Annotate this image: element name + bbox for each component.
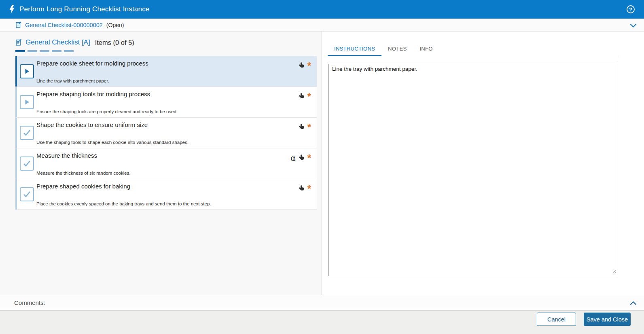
item-description: Ensure the shaping tools are properly cl… (36, 109, 178, 114)
page-title: Perform Long Running Checklist Instance (19, 5, 150, 13)
checklist-name-link[interactable]: General Checklist [A] (25, 38, 90, 47)
save-and-close-button[interactable]: Save and Close (584, 313, 631, 326)
item-status-strip (15, 118, 17, 148)
data-collection-hand-icon (299, 62, 305, 70)
checklist-item[interactable]: Prepare shaped cookies for bakingPlace t… (15, 179, 317, 210)
cancel-button[interactable]: Cancel (537, 313, 576, 326)
item-indicator-icons: * (299, 122, 311, 133)
complete-item-checkbox[interactable] (20, 187, 34, 201)
lightning-icon (8, 4, 16, 14)
data-collection-hand-icon (299, 123, 305, 131)
comments-label: Comments: (14, 299, 45, 306)
item-title: Prepare cookie sheet for molding process (36, 60, 148, 67)
help-icon[interactable]: ? (626, 5, 635, 14)
checklist-doc-icon (15, 39, 22, 46)
required-asterisk: * (307, 184, 311, 194)
checklist-item-list: Prepare cookie sheet for molding process… (15, 56, 317, 210)
item-indicator-icons: * (299, 184, 311, 194)
item-status-strip (15, 56, 17, 87)
perform-checklist-window: Perform Long Running Checklist Instance … (0, 0, 644, 334)
status-badge: (Open) (106, 22, 124, 28)
tab-info[interactable]: INFO (413, 43, 439, 56)
start-item-button[interactable] (20, 64, 34, 78)
item-title: Prepare shaping tools for molding proces… (36, 91, 150, 97)
complete-item-checkbox[interactable] (20, 126, 34, 140)
comments-bar[interactable]: Comments: (0, 295, 644, 311)
item-status-strip (15, 148, 17, 179)
item-description: Place the cookies evenly spaced on the b… (36, 201, 211, 206)
item-description: Measure the thickness of six random cook… (36, 171, 131, 175)
detail-tabs: INSTRUCTIONSNOTESINFO (328, 43, 619, 56)
item-title: Measure the thickness (36, 152, 97, 159)
progress-segments (15, 50, 74, 52)
tab-instructions[interactable]: INSTRUCTIONS (328, 43, 381, 56)
required-asterisk: * (307, 91, 311, 102)
progress-segment (15, 50, 25, 52)
item-indicator-icons: α* (290, 153, 311, 163)
data-collection-hand-icon (299, 185, 305, 193)
checklist-item[interactable]: Shape the cookies to ensure uniform size… (15, 118, 317, 148)
instructions-textarea[interactable]: Line the tray with parchment paper. (328, 64, 617, 276)
progress-segment (64, 50, 74, 52)
item-status-strip (15, 179, 17, 209)
tab-notes[interactable]: NOTES (381, 43, 413, 56)
checklist-item[interactable]: Prepare cookie sheet for molding process… (15, 56, 317, 87)
progress-segment (52, 50, 61, 52)
checklist-instance-link[interactable]: General Checklist-000000002 (25, 22, 103, 28)
alpha-data-icon: α (290, 154, 296, 162)
checklist-item[interactable]: Measure the thicknessMeasure the thickne… (15, 148, 317, 179)
data-collection-hand-icon (299, 154, 305, 162)
progress-segment (40, 50, 49, 52)
progress-segment (28, 50, 37, 52)
chevron-down-icon[interactable] (630, 22, 637, 30)
item-description: Use the shaping tools to shape each cook… (36, 140, 189, 145)
required-asterisk: * (307, 61, 311, 71)
checklist-doc-icon (15, 21, 22, 28)
complete-item-checkbox[interactable] (20, 156, 34, 171)
data-collection-hand-icon (299, 93, 305, 101)
items-count: Items (0 of 5) (95, 39, 134, 47)
checklist-items-panel: General Checklist [A] Items (0 of 5) Pre… (0, 32, 322, 295)
svg-text:?: ? (629, 6, 632, 13)
checklist-instance-header: General Checklist-000000002 (Open) (0, 19, 644, 32)
item-indicator-icons: * (299, 61, 311, 71)
start-item-button[interactable] (20, 95, 34, 109)
item-status-strip (15, 87, 17, 117)
footer-bar: Cancel Save and Close (0, 311, 644, 334)
instructions-area: Line the tray with parchment paper. (328, 64, 617, 276)
main-content: General Checklist [A] Items (0 of 5) Pre… (0, 32, 644, 295)
item-detail-panel: INSTRUCTIONSNOTESINFO Line the tray with… (322, 32, 644, 295)
required-asterisk: * (307, 153, 311, 163)
title-bar: Perform Long Running Checklist Instance … (0, 0, 644, 19)
item-title: Prepare shaped cookies for baking (36, 183, 130, 190)
required-asterisk: * (307, 122, 311, 133)
item-description: Line the tray with parchment paper. (36, 78, 109, 83)
checklist-header: General Checklist [A] Items (0 of 5) (15, 38, 134, 47)
item-title: Shape the cookies to ensure uniform size (36, 121, 148, 128)
checklist-item[interactable]: Prepare shaping tools for molding proces… (15, 87, 317, 118)
item-indicator-icons: * (299, 91, 311, 102)
chevron-up-icon[interactable] (630, 300, 637, 307)
